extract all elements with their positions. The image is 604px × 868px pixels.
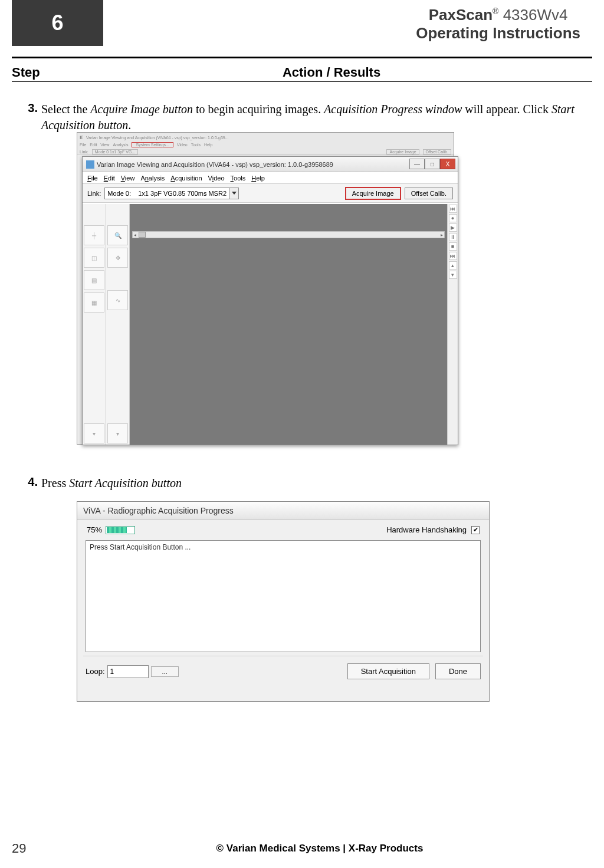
menu-acquisition[interactable]: Acquisition [170, 175, 202, 182]
app-icon [86, 160, 94, 169]
tool-icon[interactable]: ▾ [107, 423, 128, 443]
nav-pause-icon[interactable]: ⏸ [449, 233, 457, 241]
registered-mark: ® [493, 6, 498, 16]
toolbar: Link: Acquire Image Offset Calib. [83, 184, 458, 203]
copyright: © Varian Medical Systems | X-Ray Product… [47, 843, 592, 854]
progress-percent: 75% [87, 525, 102, 534]
step-4-number: 4. [12, 475, 41, 491]
window-title: Varian Image Viewing and Acquisition (Vi… [97, 161, 333, 168]
table-header: Step Action / Results [12, 65, 592, 82]
screenshot-viva-main: ◧Varian Image Viewing and Acquisition (V… [77, 132, 454, 445]
log-textarea[interactable]: Press Start Acquisition Button ... [86, 540, 481, 652]
tool-icon[interactable]: ✥ [107, 248, 128, 268]
minimize-button[interactable]: — [409, 159, 425, 169]
doc-header: PaxScan® 4336Wv4 Operating Instructions [416, 6, 580, 42]
hardware-handshaking-group: Hardware Handshaking ✔ [386, 525, 480, 534]
nav-last-icon[interactable]: ⏭ [449, 252, 457, 260]
close-button[interactable]: X [440, 159, 455, 169]
menu-file[interactable]: File [87, 175, 98, 182]
offset-calib-button[interactable]: Offset Calib. [405, 188, 453, 199]
dialog-title[interactable]: ViVA - Radiographic Acquisition Progress [77, 502, 489, 520]
left-toolbar-2: 🔍 ✥ ∿ ▾ [106, 204, 130, 445]
maximize-button[interactable]: □ [425, 159, 440, 169]
col-step: Step [12, 65, 71, 80]
loop-browse-button[interactable]: ... [151, 666, 179, 677]
step-3-number: 3. [12, 101, 41, 133]
loop-label: Loop: [86, 667, 105, 676]
faint-background-window: ◧Varian Image Viewing and Acquisition (V… [77, 133, 454, 155]
mode-dropdown[interactable] [104, 188, 239, 199]
link-label: Link: [87, 190, 101, 197]
step-3-row: 3. Select the Acquire Image button to be… [12, 101, 592, 133]
screenshot-acquisition-progress: ViVA - Radiographic Acquisition Progress… [77, 501, 490, 702]
nav-first-icon[interactable]: ⏮ [449, 205, 457, 213]
chapter-tab: 6 [12, 0, 103, 46]
menu-help[interactable]: Help [251, 175, 265, 182]
titlebar[interactable]: Varian Image Viewing and Acquisition (Vi… [83, 157, 458, 172]
page-footer: 29 © Varian Medical Systems | X-Ray Prod… [12, 841, 592, 856]
done-button[interactable]: Done [435, 663, 481, 679]
tool-icon[interactable]: ∿ [107, 290, 128, 310]
acquire-image-button[interactable]: Acquire Image [345, 187, 401, 200]
tool-icon[interactable]: 🔍 [107, 225, 128, 245]
col-action: Action / Results [71, 65, 592, 80]
nav-stop-icon[interactable]: ■ [449, 242, 457, 251]
step-3-text: Select the Acquire Image button to begin… [41, 101, 592, 133]
step-4-row: 4. Press Start Acquisition button [12, 475, 592, 491]
image-canvas[interactable]: ◂ ▸ [130, 204, 447, 445]
menu-tools[interactable]: Tools [231, 175, 246, 182]
hardware-handshaking-label: Hardware Handshaking [386, 525, 467, 534]
progress-bar [106, 526, 135, 534]
tool-icon[interactable]: ▦ [84, 292, 104, 313]
menu-video[interactable]: Video [208, 175, 225, 182]
tool-icon[interactable]: ▾ [84, 423, 104, 443]
menu-edit[interactable]: Edit [104, 175, 115, 182]
right-toolbar: ⏮ ● ▶ ⏸ ■ ⏭ ▴ ▾ [447, 204, 458, 445]
nav-up-icon[interactable]: ▴ [449, 261, 457, 269]
page-number: 29 [12, 841, 47, 856]
start-acquisition-button[interactable]: Start Acquisition [347, 663, 429, 679]
mode-input[interactable] [105, 190, 229, 197]
workspace: ┼ ◫ ▤ ▦ ▾ 🔍 ✥ ∿ ▾ ◂ ▸ [83, 204, 458, 445]
progress-group: 75% [87, 525, 135, 534]
loop-input[interactable] [107, 665, 149, 678]
step-4-text: Press Start Acquisition button [41, 475, 592, 491]
scroll-thumb[interactable] [139, 232, 146, 238]
tool-icon[interactable]: ◫ [84, 248, 104, 268]
faint-system-settings: System Settings... [132, 142, 173, 147]
brand: PaxScan [429, 6, 493, 24]
left-toolbar-1: ┼ ◫ ▤ ▦ ▾ [83, 204, 106, 445]
nav-down-icon[interactable]: ▾ [449, 271, 457, 279]
menu-view[interactable]: View [121, 175, 135, 182]
horizontal-scrollbar[interactable]: ◂ ▸ [132, 231, 445, 238]
tool-icon[interactable]: ┼ [84, 225, 104, 245]
header-rule [12, 57, 592, 58]
menu-analysis[interactable]: Analysis [140, 175, 165, 182]
model-number: 4336Wv4 [503, 6, 568, 24]
chevron-down-icon[interactable] [229, 188, 238, 199]
nav-rec-icon[interactable]: ● [449, 214, 457, 222]
doc-subtitle: Operating Instructions [416, 24, 580, 42]
tool-icon[interactable]: ▤ [84, 270, 104, 290]
hardware-handshaking-checkbox[interactable]: ✔ [471, 526, 480, 534]
nav-play-icon[interactable]: ▶ [449, 223, 457, 232]
viva-main-window: Varian Image Viewing and Acquisition (Vi… [82, 156, 458, 445]
menubar: File Edit View Analysis Acquisition Vide… [83, 172, 458, 184]
